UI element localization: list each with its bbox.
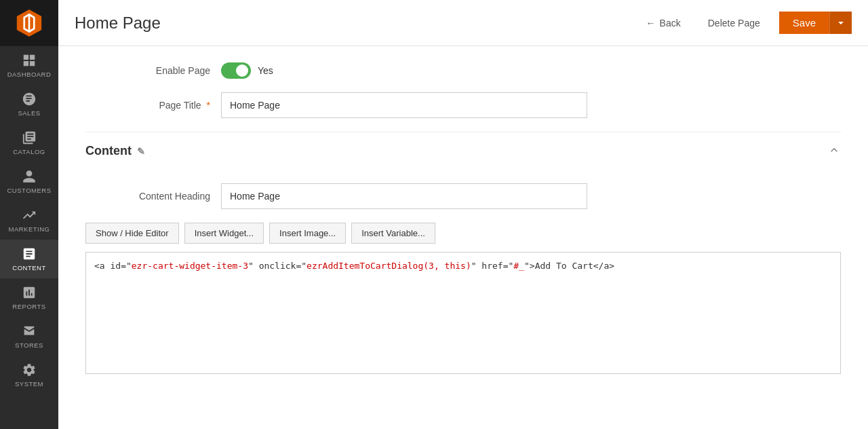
- content-collapse-button[interactable]: [827, 143, 841, 159]
- sidebar-item-content-label: CONTENT: [12, 264, 45, 272]
- sidebar: DASHBOARD SALES CATALOG CUSTOMERS MARKET…: [0, 0, 58, 429]
- sales-icon: [22, 92, 37, 107]
- insert-widget-button[interactable]: Insert Widget...: [184, 223, 264, 244]
- customers-icon: [22, 169, 37, 184]
- back-arrow-icon: ←: [646, 18, 656, 29]
- chevron-down-icon: [837, 19, 845, 27]
- collapse-icon: [827, 143, 841, 157]
- enable-page-label: Enable Page: [85, 65, 221, 76]
- content-section-title: Content ✎: [85, 144, 145, 158]
- page-title-row: Page Title *: [85, 92, 841, 118]
- editor-toolbar: Show / Hide Editor Insert Widget... Inse…: [85, 223, 841, 244]
- page-title-input[interactable]: [221, 92, 587, 118]
- save-button[interactable]: Save: [779, 12, 829, 34]
- sidebar-item-reports-label: REPORTS: [12, 303, 45, 310]
- required-star: *: [207, 100, 210, 111]
- insert-image-button[interactable]: Insert Image...: [269, 223, 346, 244]
- delete-page-button[interactable]: Delete Page: [700, 14, 768, 33]
- dashboard-icon: [22, 53, 37, 68]
- sidebar-item-sales[interactable]: SALES: [0, 85, 58, 124]
- form-content: Enable Page Yes Page Title * Content ✎: [58, 46, 868, 429]
- sidebar-item-customers[interactable]: CUSTOMERS: [0, 162, 58, 201]
- show-hide-editor-button[interactable]: Show / Hide Editor: [85, 223, 179, 244]
- enable-page-row: Enable Page Yes: [85, 62, 841, 79]
- save-dropdown-button[interactable]: [829, 12, 852, 34]
- sidebar-item-catalog-label: CATALOG: [13, 148, 45, 155]
- sidebar-item-dashboard[interactable]: DASHBOARD: [0, 46, 58, 85]
- main-area: Home Page ← Back Delete Page Save Enable…: [58, 0, 868, 429]
- content-section-header: Content ✎: [85, 132, 841, 170]
- reports-icon: [22, 285, 37, 300]
- content-heading-row: Content Heading: [85, 183, 841, 209]
- insert-variable-button[interactable]: Insert Variable...: [351, 223, 435, 244]
- toggle-slider: [221, 62, 251, 79]
- sidebar-item-content[interactable]: CONTENT: [0, 240, 58, 278]
- back-button[interactable]: ← Back: [638, 14, 689, 33]
- marketing-icon: [22, 208, 37, 223]
- content-edit-icon[interactable]: ✎: [137, 146, 145, 157]
- sidebar-item-dashboard-label: DASHBOARD: [7, 71, 52, 78]
- sidebar-item-system-label: SYSTEM: [15, 380, 43, 388]
- sidebar-item-marketing-label: MARKETING: [9, 225, 50, 233]
- code-editor-area[interactable]: <a id="ezr-cart-widget-item-3" onclick="…: [85, 252, 841, 374]
- sidebar-item-marketing[interactable]: MARKETING: [0, 201, 58, 240]
- save-button-group: Save: [779, 12, 852, 34]
- magento-logo-icon: [16, 10, 43, 37]
- sidebar-logo: [0, 0, 58, 46]
- stores-icon: [22, 324, 37, 339]
- sidebar-item-customers-label: CUSTOMERS: [7, 187, 51, 194]
- system-icon: [22, 362, 37, 377]
- page-title-label: Page Title *: [85, 100, 221, 111]
- content-icon: [22, 246, 37, 261]
- sidebar-item-stores-label: STORES: [15, 341, 43, 349]
- sidebar-item-catalog[interactable]: CATALOG: [0, 124, 58, 162]
- catalog-icon: [22, 130, 37, 145]
- sidebar-item-sales-label: SALES: [18, 109, 40, 117]
- content-heading-label: Content Heading: [85, 191, 221, 202]
- enable-page-toggle[interactable]: [221, 62, 251, 79]
- enable-page-toggle-wrapper: Yes: [221, 62, 273, 79]
- sidebar-item-system[interactable]: SYSTEM: [0, 356, 58, 394]
- enable-page-value: Yes: [258, 65, 273, 76]
- content-heading-input[interactable]: [221, 183, 587, 209]
- page-header: Home Page ← Back Delete Page Save: [58, 0, 868, 46]
- sidebar-item-reports[interactable]: REPORTS: [0, 278, 58, 317]
- page-title: Home Page: [75, 14, 627, 33]
- sidebar-item-stores[interactable]: STORES: [0, 317, 58, 356]
